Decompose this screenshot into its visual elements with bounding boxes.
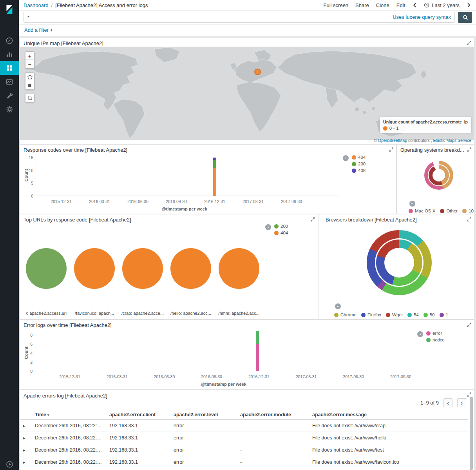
legend-item-Wget[interactable]: Wget: [386, 312, 403, 317]
column-header-time[interactable]: Time: [32, 410, 106, 420]
gear-icon: [6, 105, 13, 113]
legend-label: Mac OS X: [415, 209, 435, 213]
legend-item-1[interactable]: 1: [440, 312, 448, 317]
openstreetmap-link[interactable]: OpenStreetMap: [378, 138, 407, 143]
column-header-apache2-error-level[interactable]: apache2.error.level: [170, 410, 237, 420]
zoom-in-button[interactable]: +: [25, 51, 34, 60]
search-button[interactable]: [458, 12, 472, 23]
share-button[interactable]: Share: [355, 2, 369, 8]
bar-segment-200[interactable]: [213, 160, 216, 168]
pie-slice-200[interactable]: [26, 248, 67, 289]
pie-label: /favicon.ico: apach...: [75, 311, 114, 316]
legend-item-Mac OS X[interactable]: Mac OS X: [409, 209, 435, 213]
panel-os-breakdown: Operating systems breakd... Mac OS XOthe…: [396, 144, 474, 214]
chart-legend: errornotice: [417, 331, 445, 344]
bar-segment-404[interactable]: [213, 168, 216, 196]
pie-slice-404[interactable]: [219, 248, 259, 289]
pie-slice-404[interactable]: [74, 248, 115, 289]
edit-button[interactable]: Edit: [396, 2, 405, 8]
pie-slice-404[interactable]: [170, 248, 211, 289]
add-filter-link[interactable]: Add a filter+: [24, 27, 53, 33]
pie-slice-404[interactable]: [122, 248, 163, 289]
expand-panel-icon[interactable]: [467, 41, 471, 45]
timelion-icon: [5, 78, 13, 86]
legend-item-10[interactable]: 10: [462, 209, 474, 213]
table-cell: File does not exist: /var/www/test: [309, 444, 468, 456]
clone-button[interactable]: Clone: [376, 2, 389, 8]
column-header-apache2-error-message[interactable]: apache2.error.message: [309, 410, 468, 420]
draw-polygon-button[interactable]: [25, 73, 34, 81]
elastic-maps-service-link[interactable]: Elastic Maps Service: [433, 138, 471, 143]
legend-item-200[interactable]: 200: [352, 162, 366, 166]
sidebar-item-management[interactable]: [0, 102, 19, 116]
expand-panel-icon[interactable]: [311, 217, 315, 221]
legend-dot: [352, 155, 356, 160]
draw-rectangle-button[interactable]: [25, 81, 34, 90]
sidebar-item-dashboard[interactable]: [0, 61, 19, 75]
legend-item-404[interactable]: 404: [274, 230, 288, 235]
legend-toggle-icon[interactable]: [417, 331, 423, 337]
time-range-label: Last 2 years: [432, 2, 460, 8]
url-pies: /: apache2.access.url/favicon.ico: apach…: [26, 248, 259, 316]
legend-item-error[interactable]: error: [426, 331, 445, 336]
column-header-apache2-error-client[interactable]: apache2.error.client: [106, 410, 170, 420]
legend-item-Firefox[interactable]: Firefox: [361, 312, 381, 317]
breadcrumb-dashboard-link[interactable]: Dashboard: [24, 2, 49, 8]
sidebar-item-timelion[interactable]: [0, 75, 19, 89]
query-input[interactable]: [24, 12, 455, 23]
legend-item-408[interactable]: 408: [352, 168, 366, 173]
os-donut[interactable]: [424, 161, 453, 190]
scrollbar-thumb[interactable]: [470, 397, 473, 470]
expand-panel-icon[interactable]: [467, 392, 471, 397]
legend-label: Chrome: [340, 312, 357, 317]
table-cell: December 26th 2016, 08:22:08.000: [32, 456, 106, 468]
time-back-button[interactable]: [412, 2, 417, 8]
legend-item-404[interactable]: 404: [352, 155, 366, 160]
legend-item-50[interactable]: 50: [424, 312, 435, 317]
zoom-out-button[interactable]: −: [25, 60, 34, 69]
time-picker[interactable]: Last 2 years: [424, 2, 460, 8]
legend-collapse-icon[interactable]: [335, 303, 341, 309]
prev-page-button[interactable]: [443, 398, 452, 407]
expand-panel-icon[interactable]: [467, 147, 471, 152]
sidebar-collapse-button[interactable]: [0, 461, 19, 468]
legend-toggle-icon[interactable]: [265, 224, 271, 230]
fit-bounds-button[interactable]: [25, 94, 34, 102]
legend-toggle-icon[interactable]: [343, 155, 349, 161]
full-screen-button[interactable]: Full screen: [324, 2, 349, 8]
expand-row-icon[interactable]: [23, 436, 25, 440]
legend-item-Other[interactable]: Other: [440, 209, 458, 213]
kibana-logo[interactable]: [0, 0, 19, 19]
bar-segment-408[interactable]: [213, 158, 216, 160]
bar-segment-notice[interactable]: [256, 331, 259, 345]
legend-item-Chrome[interactable]: Chrome: [334, 312, 357, 317]
map-legend-title: Unique count of apache2.access.remote_ip: [383, 120, 468, 124]
sidebar-item-discover[interactable]: [0, 34, 19, 47]
legend-collapse-icon[interactable]: [409, 201, 415, 207]
legend-item-notice[interactable]: notice: [426, 338, 445, 342]
legend-item-54[interactable]: 54: [407, 312, 419, 317]
panel-error-logs: Error logs over time [Filebeat Apache2] …: [20, 319, 474, 389]
legend-dot: [407, 313, 412, 317]
table-cell: File does not exist: /var/www/crap: [309, 420, 468, 432]
table-row: December 26th 2016, 08:22:08.000192.168.…: [20, 456, 468, 468]
expand-row-icon[interactable]: [23, 423, 25, 428]
bar-segment-error[interactable]: [256, 344, 259, 371]
time-forward-button[interactable]: [467, 2, 471, 8]
lucene-syntax-link[interactable]: Uses lucene query syntax: [393, 14, 451, 20]
legend-label: 404: [358, 155, 366, 160]
legend-item-200[interactable]: 200: [274, 224, 288, 229]
geo-point-marker[interactable]: [254, 69, 261, 75]
sidebar-item-visualize[interactable]: [0, 47, 19, 61]
panel-unique-ips-map: Unique IPs map [Filebeat Apache2]: [20, 38, 474, 144]
browsers-donut[interactable]: [367, 230, 432, 295]
expand-row-icon[interactable]: [23, 448, 25, 452]
expand-panel-icon[interactable]: [467, 217, 471, 221]
column-header-apache2-error-module[interactable]: apache2.error.module: [237, 410, 309, 420]
expand-row-icon[interactable]: [23, 460, 25, 465]
add-filter-label: Add a filter: [24, 27, 49, 33]
sidebar-item-dev-tools[interactable]: [0, 89, 19, 102]
caret-column-header: [20, 410, 32, 420]
dashboard-grid-icon: [6, 64, 13, 72]
next-page-button[interactable]: [457, 398, 466, 407]
